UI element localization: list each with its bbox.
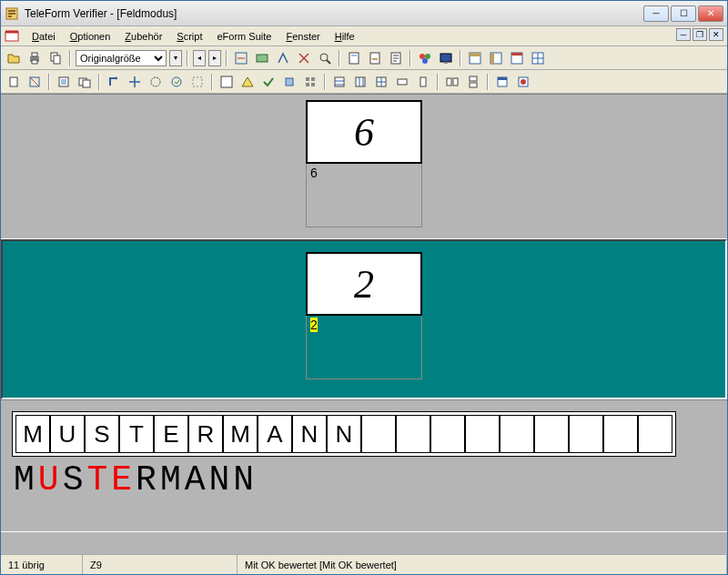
t2-o-icon[interactable]: [330, 73, 349, 91]
field-1-value[interactable]: 6: [306, 164, 422, 227]
field-2[interactable]: 2 2: [306, 252, 422, 379]
menu-hilfe[interactable]: Hilfe: [328, 29, 362, 44]
menu-optionen[interactable]: Optionen: [63, 29, 118, 44]
mdi-restore-button[interactable]: ❐: [693, 28, 707, 41]
t2-g-icon[interactable]: [147, 73, 165, 91]
form-c-icon[interactable]: [387, 49, 405, 67]
mdi-close-button[interactable]: ✕: [709, 28, 723, 41]
scan-char: [396, 415, 430, 453]
layout-4-icon[interactable]: [529, 49, 547, 67]
toolbar-2: [1, 70, 727, 94]
zoom-select[interactable]: Originalgröße: [76, 50, 167, 66]
t2-i-icon[interactable]: [188, 73, 207, 91]
t2-e-icon[interactable]: [105, 73, 123, 91]
form-a-icon[interactable]: [345, 49, 363, 67]
print-icon[interactable]: [25, 49, 44, 67]
field-1[interactable]: 6 6: [306, 100, 422, 227]
menubar: DateiOptionenZubehörScripteForm SuiteFen…: [1, 26, 727, 46]
tool-d-icon[interactable]: [295, 49, 313, 67]
svg-rect-11: [351, 55, 357, 56]
menu-datei[interactable]: Datei: [25, 29, 63, 44]
mdi-minimize-button[interactable]: ─: [676, 28, 691, 41]
layout-2-icon[interactable]: [487, 49, 505, 67]
svg-rect-13: [372, 58, 378, 60]
minimize-button[interactable]: ─: [643, 5, 669, 22]
svg-point-16: [425, 54, 430, 59]
status-message: Mit OK bewertet [Mit OK bewertet]: [238, 555, 727, 574]
open-icon[interactable]: [5, 49, 23, 67]
t2-s-icon[interactable]: [414, 73, 432, 91]
next-button[interactable]: ▸: [208, 50, 221, 66]
scan-char: T: [119, 415, 154, 453]
t2-t-icon[interactable]: [443, 73, 461, 91]
layout-3-icon[interactable]: [508, 49, 526, 67]
zoom-down-button[interactable]: ▾: [169, 50, 182, 66]
t2-w-icon[interactable]: [514, 73, 532, 91]
field-band-3: MUSTERMANN MUSTERMANN: [1, 399, 727, 532]
svg-rect-23: [490, 53, 494, 64]
t2-r-icon[interactable]: [393, 73, 411, 91]
color-icon[interactable]: [416, 49, 434, 67]
tool-a-icon[interactable]: [232, 49, 250, 67]
svg-rect-4: [32, 60, 37, 64]
svg-rect-6: [54, 55, 60, 64]
close-button[interactable]: ✕: [698, 5, 723, 22]
scan-char: N: [292, 415, 327, 453]
svg-rect-3: [32, 53, 37, 56]
svg-rect-42: [447, 78, 451, 86]
copy-icon[interactable]: [46, 49, 65, 67]
layout-1-icon[interactable]: [466, 49, 484, 67]
svg-rect-44: [470, 76, 477, 81]
menu-zubehör[interactable]: Zubehör: [117, 29, 169, 44]
name-scan-boxes: MUSTERMANN: [12, 411, 676, 457]
maximize-button[interactable]: ☐: [671, 5, 696, 22]
t2-q-icon[interactable]: [372, 73, 390, 91]
name-typed[interactable]: MUSTERMANN: [12, 457, 716, 503]
menu-fenster[interactable]: Fenster: [278, 29, 327, 44]
scan-char: [500, 415, 534, 453]
prev-button[interactable]: ◂: [193, 50, 206, 66]
svg-rect-8: [257, 55, 268, 62]
scan-char: M: [15, 415, 50, 453]
scan-char: [361, 415, 396, 453]
titlebar: TeleForm Verifier - [Feldmodus] ─ ☐ ✕: [1, 1, 727, 26]
svg-point-49: [521, 79, 526, 85]
svg-point-17: [422, 58, 428, 64]
field-2-value[interactable]: 2: [306, 316, 422, 379]
scan-char: S: [85, 415, 119, 453]
t2-k-icon[interactable]: [238, 73, 257, 91]
scan-char: [603, 415, 638, 453]
t2-h-icon[interactable]: [167, 73, 186, 91]
svg-rect-47: [498, 77, 507, 80]
svg-rect-35: [221, 76, 232, 87]
svg-rect-43: [453, 78, 458, 86]
status-remaining: 11 übrig: [1, 555, 83, 574]
t2-b-icon[interactable]: [25, 73, 44, 91]
svg-rect-18: [440, 54, 451, 62]
menu-eform-suite[interactable]: eForm Suite: [209, 29, 278, 44]
t2-j-icon[interactable]: [217, 73, 236, 91]
t2-v-icon[interactable]: [493, 73, 511, 91]
field-1-image: 6: [306, 100, 422, 164]
menu-script[interactable]: Script: [169, 29, 209, 44]
t2-p-icon[interactable]: [351, 73, 369, 91]
svg-rect-36: [286, 78, 293, 86]
tool-c-icon[interactable]: [274, 49, 292, 67]
tool-b-icon[interactable]: [253, 49, 271, 67]
t2-u-icon[interactable]: [464, 73, 482, 91]
statusbar: 11 übrig Z9 Mit OK bewertet [Mit OK bewe…: [1, 554, 727, 574]
t2-n-icon[interactable]: [301, 73, 319, 91]
t2-f-icon[interactable]: [126, 73, 144, 91]
t2-l-icon[interactable]: [259, 73, 278, 91]
field-2-image: 2: [306, 252, 422, 316]
t2-m-icon[interactable]: [280, 73, 298, 91]
svg-rect-32: [83, 80, 90, 87]
zoom-in-icon[interactable]: [316, 49, 334, 67]
svg-point-15: [420, 54, 425, 59]
svg-point-9: [320, 54, 328, 61]
t2-d-icon[interactable]: [76, 73, 94, 91]
t2-a-icon[interactable]: [5, 73, 23, 91]
form-b-icon[interactable]: [366, 49, 384, 67]
t2-c-icon[interactable]: [55, 73, 73, 91]
screen-icon[interactable]: [437, 49, 455, 67]
